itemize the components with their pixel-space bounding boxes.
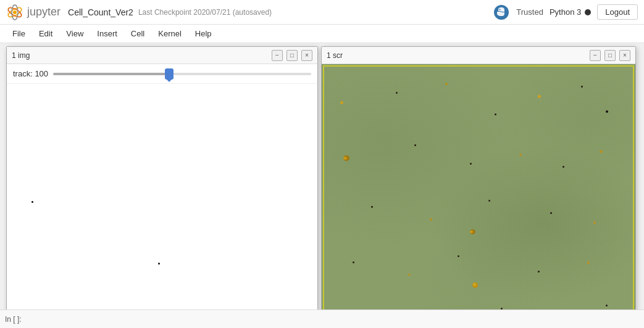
scr-minimize-button[interactable]: − — [590, 50, 601, 61]
slider-area: track: 100 — [7, 64, 317, 84]
micro-dot-24 — [538, 271, 540, 273]
micro-dot-10 — [470, 163, 472, 165]
micro-dot-8 — [343, 157, 347, 160]
canvas-dot-2 — [158, 263, 160, 264]
input-cell-area: In [ ]: — [0, 310, 644, 328]
micro-dot-4 — [495, 113, 496, 115]
micro-dot-19 — [593, 221, 596, 224]
micro-dot-11 — [519, 154, 522, 156]
scr-close-button[interactable]: × — [619, 50, 630, 61]
micro-dot-25 — [587, 261, 590, 264]
micro-dot-5 — [538, 95, 541, 98]
img-close-button[interactable]: × — [301, 50, 312, 61]
svg-point-7 — [503, 14, 504, 15]
jupyter-brand-text: jupyter — [27, 6, 61, 18]
img-window: 1 img − □ × track: 100 — [6, 46, 318, 328]
menu-view[interactable]: View — [60, 27, 90, 41]
kernel-status-dot — [585, 9, 591, 15]
scr-window-controls: − □ × — [590, 50, 630, 61]
svg-point-4 — [13, 10, 17, 14]
scr-window-titlebar[interactable]: 1 scr − □ × — [322, 47, 635, 64]
jupyter-logo-area: jupyter — [6, 4, 61, 21]
menubar: File Edit View Insert Cell Kernel Help — [0, 25, 644, 43]
menu-cell[interactable]: Cell — [125, 27, 151, 41]
micro-dot-30 — [606, 305, 608, 306]
img-window-titlebar[interactable]: 1 img − □ × — [7, 47, 317, 64]
scr-window: 1 scr − □ × — [321, 46, 636, 328]
slider-fill — [53, 73, 169, 75]
navbar: jupyter Cell_Count_Ver2 Last Checkpoint … — [0, 0, 644, 25]
micro-dot-16 — [488, 200, 490, 202]
micro-dot-20 — [353, 261, 354, 263]
micro-dot-17 — [470, 231, 473, 233]
img-window-title: 1 img — [12, 51, 272, 60]
img-minimize-button[interactable]: − — [272, 50, 283, 61]
img-window-body: track: 100 — [7, 64, 317, 328]
micro-dot-9 — [414, 144, 416, 146]
micro-dot-6 — [581, 86, 583, 88]
python-indicator: Python 3 — [550, 7, 591, 17]
cell-indicator: In [ ]: — [5, 315, 22, 324]
micro-dot-15 — [430, 218, 432, 221]
scr-window-title: 1 scr — [327, 51, 590, 60]
svg-point-6 — [500, 9, 501, 10]
micro-dot-23 — [473, 283, 476, 286]
micro-dot-12 — [562, 166, 564, 168]
micro-dot-14 — [371, 206, 373, 208]
menu-insert[interactable]: Insert — [91, 27, 123, 41]
img-window-controls: − □ × — [272, 50, 312, 61]
slider-label: track: 100 — [13, 69, 48, 78]
micro-dot-21 — [408, 274, 411, 276]
jupyter-logo-icon — [6, 4, 23, 21]
checkpoint-info: Last Checkpoint 2020/07/21 (autosaved) — [138, 8, 272, 17]
logout-button[interactable]: Logout — [597, 4, 638, 20]
img-canvas — [7, 84, 317, 328]
menu-file[interactable]: File — [6, 27, 31, 41]
slider-track[interactable] — [53, 73, 311, 75]
scr-maximize-button[interactable]: □ — [604, 50, 616, 61]
micro-dot-22 — [458, 255, 459, 257]
slider-thumb[interactable] — [165, 68, 174, 80]
trusted-badge: Trusted — [516, 7, 543, 17]
img-maximize-button[interactable]: □ — [286, 50, 298, 61]
micro-dot-13 — [600, 150, 603, 153]
micro-dot-1 — [340, 101, 343, 104]
micro-dot-2 — [396, 92, 398, 94]
menu-kernel[interactable]: Kernel — [152, 27, 188, 41]
python-logo-icon — [493, 4, 510, 21]
micro-dot-3 — [445, 83, 448, 85]
notebook-title[interactable]: Cell_Count_Ver2 — [68, 7, 133, 17]
scr-window-body — [322, 64, 635, 328]
micro-dot-7 — [606, 110, 608, 113]
menu-edit[interactable]: Edit — [33, 27, 59, 41]
canvas-dot-1 — [31, 201, 33, 203]
navbar-right: Trusted Python 3 Logout — [493, 4, 638, 21]
menu-help[interactable]: Help — [189, 27, 218, 41]
microscopy-image — [322, 64, 635, 328]
main-content: 1 img − □ × track: 100 — [0, 43, 644, 328]
micro-dot-18 — [550, 212, 552, 214]
